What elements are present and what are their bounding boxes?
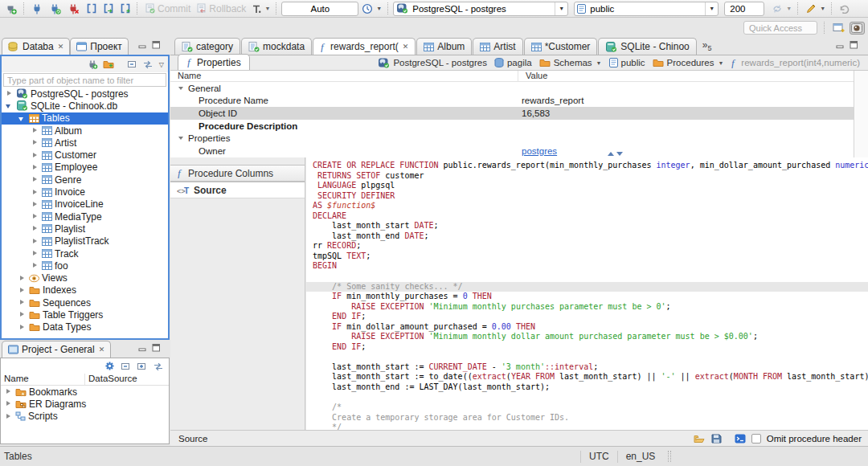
grid-row-object-id[interactable]: Object ID16,583: [170, 107, 854, 120]
minimize-icon[interactable]: [138, 41, 147, 49]
twisty-collapsed-icon[interactable]: [31, 212, 39, 221]
tab-project-general[interactable]: Project - General ✕: [2, 341, 111, 358]
maximize-icon[interactable]: [850, 41, 858, 49]
breadcrumb-item-postgresql-postgres[interactable]: PostgreSQL - postgres: [378, 58, 487, 68]
reconnect-button[interactable]: 4">: [47, 1, 64, 17]
grid-row-properties[interactable]: Properties: [170, 132, 854, 145]
tree-item-playlist[interactable]: Playlist: [2, 223, 168, 235]
tree-item-foo[interactable]: foo: [2, 260, 168, 272]
breadcrumb-item-schemas[interactable]: Schemas▼: [539, 58, 602, 67]
fetch-size-input[interactable]: 200: [724, 2, 764, 16]
twisty-collapsed-icon[interactable]: [31, 261, 39, 270]
new-folder-icon[interactable]: [103, 59, 114, 69]
tree-item-invoice[interactable]: Invoice: [2, 186, 168, 198]
view-menu-icon[interactable]: ▽: [159, 61, 164, 68]
twisty-collapsed-icon[interactable]: [31, 126, 39, 135]
tree-item-postgresql-postgres[interactable]: PostgreSQL - postgres: [2, 88, 168, 100]
grid-row-value-link[interactable]: postgres: [522, 146, 557, 156]
editor-tab-rewards-report[interactable]: frewards_report(✕: [313, 38, 416, 55]
auto-sync-button[interactable]: ▼: [769, 1, 794, 17]
sql-editor-button[interactable]: [84, 1, 100, 17]
tab-overflow-button[interactable]: »5: [698, 39, 717, 52]
grid-column-value[interactable]: Value: [518, 71, 555, 81]
dbeaver-perspective-icon[interactable]: [850, 22, 865, 35]
tree-item-views[interactable]: Views: [2, 272, 168, 284]
persist-console-icon[interactable]: [735, 434, 746, 444]
twisty-collapsed-icon[interactable]: [31, 138, 39, 147]
tab-properties[interactable]: f Properties: [178, 54, 250, 70]
project-item-scripts[interactable]: Scripts: [1, 411, 169, 423]
editor-tab-artist[interactable]: Artist: [473, 38, 522, 55]
expand-all-icon[interactable]: [137, 362, 147, 371]
twisty-collapsed-icon[interactable]: [31, 249, 39, 258]
commit-button[interactable]: Commit: [142, 1, 193, 17]
twisty-collapsed-icon[interactable]: [18, 310, 27, 319]
side-tab-source[interactable]: <>TSource: [170, 182, 305, 198]
grid-column-name[interactable]: Name: [170, 71, 518, 81]
omit-procedure-header-checkbox[interactable]: [751, 434, 761, 444]
close-icon[interactable]: ✕: [99, 345, 105, 354]
twisty-collapsed-icon[interactable]: [31, 188, 39, 197]
tree-item-mediatype[interactable]: MediaType: [2, 211, 168, 223]
twisty-expanded-icon[interactable]: [178, 84, 186, 92]
connection-combo[interactable]: PostgreSQL - postgres▼: [393, 2, 568, 16]
grid-row-owner[interactable]: Ownerpostgres: [170, 145, 854, 157]
new-connection-small-icon[interactable]: 4">: [87, 59, 98, 69]
tab-database-navigator[interactable]: Databa ✕: [2, 38, 70, 55]
chevron-down-icon[interactable]: ▼: [718, 60, 723, 66]
maximize-icon[interactable]: [152, 41, 161, 49]
tree-item-sequences[interactable]: Sequences: [2, 296, 168, 309]
side-tab-procedure-columns[interactable]: fProcedure Columns: [170, 165, 305, 182]
twisty-collapsed-icon[interactable]: [31, 163, 39, 172]
quick-access-input[interactable]: [743, 21, 817, 35]
source-code[interactable]: CREATE OR REPLACE FUNCTION public.reward…: [306, 157, 868, 430]
object-filter-input[interactable]: [3, 73, 166, 87]
breadcrumb-item-pagila[interactable]: pagila: [494, 58, 532, 67]
tree-item-sqlite-chinook-db[interactable]: SQLite - Chinook.db: [2, 100, 168, 112]
editor-tab-mockdata[interactable]: mockdata: [241, 38, 312, 55]
breadcrumb-item-public[interactable]: public: [609, 58, 645, 67]
twisty-collapsed-icon[interactable]: [31, 200, 39, 209]
transaction-history-button[interactable]: ▼: [359, 1, 384, 17]
twisty-collapsed-icon[interactable]: [31, 237, 39, 246]
collapse-all-icon[interactable]: [127, 59, 137, 69]
minimize-icon[interactable]: [138, 344, 147, 352]
twisty-collapsed-icon[interactable]: [31, 175, 39, 184]
project-item-bookmarks[interactable]: Bookmarks: [1, 386, 169, 398]
collapse-all-icon[interactable]: [121, 362, 131, 371]
schema-combo[interactable]: public▼: [574, 2, 719, 16]
breadcrumb-item-rewards-report-int4-numeric[interactable]: frewards_report(int4,numeric): [731, 58, 860, 68]
open-file-icon[interactable]: [694, 434, 706, 444]
undo-button[interactable]: [837, 1, 852, 17]
splitter-handle[interactable]: [608, 152, 623, 156]
open-perspective-icon[interactable]: [833, 22, 845, 33]
rollback-button[interactable]: Rollback: [194, 1, 248, 17]
maximize-icon[interactable]: [152, 344, 161, 352]
grid-row-procedure-name[interactable]: Procedure Namerewards_report: [170, 95, 854, 108]
twisty-collapsed-icon[interactable]: [4, 387, 13, 396]
status-timezone[interactable]: UTC: [580, 451, 617, 463]
minimize-icon[interactable]: [836, 41, 845, 49]
twisty-collapsed-icon[interactable]: [18, 298, 27, 307]
combo-dropdown-icon[interactable]: ▼: [555, 2, 567, 15]
twisty-collapsed-icon[interactable]: [4, 399, 13, 408]
tree-item-invoiceline[interactable]: InvoiceLine: [2, 198, 168, 211]
breadcrumb-item-procedures[interactable]: Procedures▼: [653, 58, 724, 67]
combo-dropdown-icon[interactable]: ▼: [705, 2, 718, 15]
twisty-collapsed-icon[interactable]: [4, 412, 13, 421]
project-item-er-diagrams[interactable]: ER Diagrams: [1, 398, 169, 410]
tree-item-data-types[interactable]: Data Types: [2, 321, 168, 333]
editor-tab-album[interactable]: Album: [416, 38, 472, 55]
twisty-collapsed-icon[interactable]: [18, 274, 27, 283]
tree-item-tables[interactable]: Tables: [2, 112, 168, 125]
close-icon[interactable]: ✕: [58, 43, 64, 51]
tree-item-album[interactable]: Album: [2, 125, 168, 137]
link-editor-icon[interactable]: [153, 362, 164, 371]
tree-item-artist[interactable]: Artist: [2, 137, 168, 149]
twisty-collapsed-icon[interactable]: [5, 89, 14, 98]
tree-item-table-triggers[interactable]: Table Triggers: [2, 309, 168, 321]
twisty-expanded-icon[interactable]: [5, 101, 14, 110]
chevron-down-icon[interactable]: ▼: [596, 60, 602, 66]
close-icon[interactable]: ✕: [403, 43, 409, 51]
column-header-datasource[interactable]: DataSource: [85, 374, 141, 385]
